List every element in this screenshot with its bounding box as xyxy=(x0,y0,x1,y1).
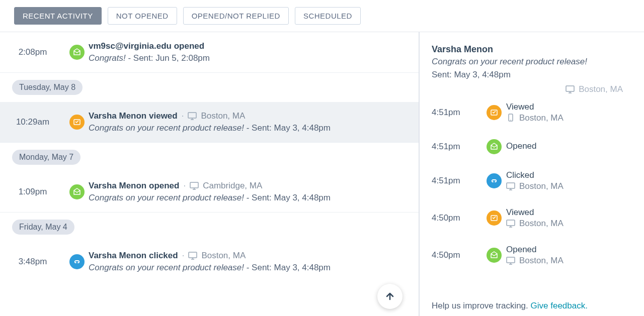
activity-actor: Varsha Menon viewed xyxy=(89,111,178,121)
detail-event-time: 4:51pm xyxy=(432,176,482,186)
date-header: Monday, May 7 xyxy=(12,150,80,165)
opened-icon xyxy=(487,139,502,154)
detail-event-row[interactable]: 4:50pm Opened Boston, MA xyxy=(432,237,632,274)
activity-actor: Varsha Menon clicked xyxy=(89,251,178,261)
viewed-icon xyxy=(69,115,85,130)
detail-event-action: Viewed xyxy=(506,207,632,218)
viewed-icon xyxy=(487,210,502,226)
activity-row[interactable]: 1:09pm Varsha Menon opened · Cambridge, … xyxy=(0,172,419,213)
detail-subject: Congrats on your recent product release! xyxy=(432,57,632,67)
opened-icon xyxy=(69,45,85,60)
detail-event-time: 4:51pm xyxy=(432,142,482,152)
detail-event-time: 4:51pm xyxy=(432,108,482,118)
detail-sent: Sent: May 3, 4:48pm xyxy=(432,70,632,80)
activity-subject-line: Congrats on your recent product release!… xyxy=(89,263,407,273)
tabs-bar: RECENT ACTIVITY NOT OPENED OPENED/NOT RE… xyxy=(0,0,644,32)
detail-event-action: Clicked xyxy=(506,170,632,180)
detail-event-action: Opened xyxy=(506,141,632,151)
detail-event-location: Boston, MA xyxy=(519,113,564,123)
desktop-icon xyxy=(190,181,199,190)
activity-location: Cambridge, MA xyxy=(203,181,262,191)
activity-actor: Varsha Menon opened xyxy=(89,181,179,191)
activity-row[interactable]: 10:29am Varsha Menon viewed · Boston, MA… xyxy=(0,102,419,143)
detail-event-row[interactable]: 4:51pm Opened xyxy=(432,131,632,162)
clicked-icon xyxy=(69,254,85,269)
main-content: 2:08pm vm9sc@virginia.edu opened Congrat… xyxy=(0,32,644,316)
activity-time: 10:29am xyxy=(0,117,65,127)
desktop-icon xyxy=(506,182,515,191)
activity-time: 1:09pm xyxy=(0,187,65,197)
activity-subject-line: Congrats on your recent product release!… xyxy=(89,123,407,133)
detail-event-row[interactable]: 4:51pm Viewed Boston, MA xyxy=(432,94,632,131)
activity-actor: vm9sc@virginia.edu opened xyxy=(89,41,204,51)
activity-location: Boston, MA xyxy=(201,111,245,121)
activity-location: Boston, MA xyxy=(201,251,246,261)
detail-event-location: Boston, MA xyxy=(519,219,564,229)
activity-feed: 2:08pm vm9sc@virginia.edu opened Congrat… xyxy=(0,32,420,316)
detail-event-row[interactable]: 4:51pm Clicked Boston, MA xyxy=(432,162,632,199)
detail-contact-name: Varsha Menon xyxy=(432,44,632,55)
tab-recent-activity[interactable]: RECENT ACTIVITY xyxy=(14,7,102,25)
detail-event-time: 4:50pm xyxy=(432,213,482,223)
detail-event-location: Boston, MA xyxy=(519,181,564,191)
detail-event-location: Boston, MA xyxy=(519,256,564,266)
desktop-icon xyxy=(506,256,515,265)
activity-time: 3:48pm xyxy=(0,257,65,267)
give-feedback-link[interactable]: Give feedback. xyxy=(531,301,588,310)
mobile-icon xyxy=(506,114,515,123)
opened-icon xyxy=(487,248,502,263)
activity-subject-line: Congrats on your recent product release!… xyxy=(89,193,407,203)
scroll-to-top-button[interactable] xyxy=(377,284,403,309)
desktop-icon xyxy=(188,112,197,121)
date-header: Tuesday, May 8 xyxy=(12,80,83,95)
tab-not-opened[interactable]: NOT OPENED xyxy=(108,7,177,25)
detail-event-row[interactable]: 4:50pm Viewed Boston, MA xyxy=(432,199,632,237)
detail-event-action: Opened xyxy=(506,245,632,255)
detail-event-time: 4:50pm xyxy=(432,250,482,260)
desktop-icon xyxy=(506,219,515,228)
activity-row[interactable]: 3:48pm Varsha Menon clicked · Boston, MA… xyxy=(0,242,419,282)
opened-icon xyxy=(69,184,85,199)
detail-cutoff-row: Boston, MA xyxy=(432,85,632,94)
feedback-prompt: Help us improve tracking. Give feedback. xyxy=(432,295,632,316)
date-header: Friday, May 4 xyxy=(12,220,74,235)
activity-subject-line: Congrats! - Sent: Jun 5, 2:08pm xyxy=(89,53,407,63)
activity-time: 2:08pm xyxy=(0,47,65,57)
tab-opened-not-replied[interactable]: OPENED/NOT REPLIED xyxy=(183,7,289,25)
clicked-icon xyxy=(487,173,502,188)
activity-row[interactable]: 2:08pm vm9sc@virginia.edu opened Congrat… xyxy=(0,32,419,73)
arrow-up-icon xyxy=(385,291,395,301)
detail-panel: Varsha Menon Congrats on your recent pro… xyxy=(420,32,644,316)
detail-event-action: Viewed xyxy=(506,102,632,112)
desktop-icon xyxy=(188,251,197,260)
viewed-icon xyxy=(487,105,502,120)
desktop-icon xyxy=(566,85,575,94)
tab-scheduled[interactable]: SCHEDULED xyxy=(295,7,361,25)
